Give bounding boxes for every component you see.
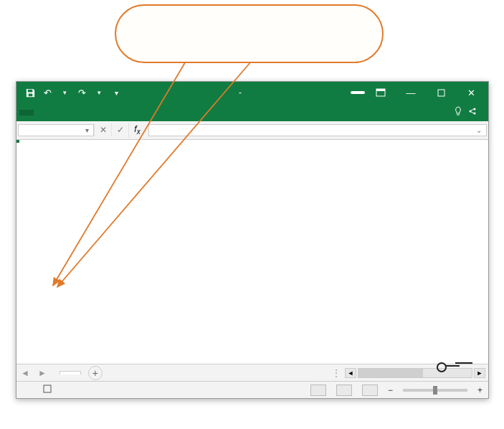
view-normal-icon[interactable] [310,385,326,396]
tab-data[interactable] [98,110,113,116]
tab-file[interactable] [19,110,34,116]
share-button[interactable] [468,107,480,118]
zoom-out-icon[interactable]: − [388,385,393,395]
view-page-break-icon[interactable] [362,385,378,396]
undo-icon[interactable]: ↶ [41,86,54,99]
svg-rect-3 [376,89,385,91]
svg-rect-4 [438,90,444,96]
save-icon[interactable] [24,86,37,99]
chevron-down-icon[interactable]: ▾ [92,86,105,99]
formula-input[interactable]: ⌄ [148,124,487,136]
omnisecu-logo [437,360,464,372]
share-icon [468,107,477,118]
window-title: - [130,88,351,98]
tab-view[interactable] [130,110,144,116]
tab-nav-next-icon[interactable]: ► [34,368,51,378]
new-sheet-button[interactable]: + [88,366,103,380]
titlebar: ↶ ▾ ↷ ▾ ▾ - — ✕ [16,82,488,103]
redo-icon[interactable]: ↷ [75,86,88,99]
tab-formulas[interactable] [82,110,97,116]
spreadsheet-grid[interactable] [16,140,488,364]
tell-me-button[interactable] [454,106,465,118]
sheet-tabs-bar: ◄ ► + ⋮ ◄ ► [16,364,488,381]
key-icon [437,360,461,372]
ribbon-options-icon[interactable] [366,82,395,103]
quick-access-toolbar: ↶ ▾ ↷ ▾ ▾ [16,86,130,99]
tab-home[interactable] [35,110,49,116]
close-icon[interactable]: ✕ [457,82,485,103]
tab-page-layout[interactable] [67,110,81,116]
maximize-icon[interactable] [427,82,455,103]
minimize-icon[interactable]: — [396,82,425,103]
tab-split-icon[interactable]: ⋮ [328,368,345,378]
horizontal-scrollbar[interactable]: ◄ ► [345,368,488,378]
sheet-tab-active[interactable] [60,371,81,374]
enter-icon[interactable]: ✓ [111,123,128,136]
scroll-left-icon[interactable]: ◄ [345,368,356,378]
zoom-slider[interactable] [403,389,467,392]
chevron-down-icon[interactable]: ▾ [58,86,71,99]
lightbulb-icon [454,106,462,118]
tab-insert[interactable] [51,110,65,116]
svg-rect-8 [44,385,51,392]
accessibility-icon[interactable] [42,384,52,396]
tab-review[interactable] [114,110,128,116]
name-box[interactable]: ▾ [18,124,94,136]
expand-icon[interactable]: ⌄ [476,126,482,134]
fx-icon[interactable]: fx [128,123,146,137]
selection-outline [16,140,19,143]
annotation-callout [115,4,384,63]
qat-customize-icon[interactable]: ▾ [110,86,123,99]
scroll-thumb[interactable] [358,369,423,377]
zoom-in-icon[interactable]: + [477,385,482,395]
tab-nav-prev-icon[interactable]: ◄ [16,368,34,378]
chevron-down-icon[interactable]: ▾ [85,126,89,134]
tab-help[interactable] [146,110,160,116]
excel-window: ↶ ▾ ↷ ▾ ▾ - — ✕ [16,81,489,399]
status-bar: − + [16,381,488,398]
cancel-icon[interactable]: ✕ [94,123,111,136]
formula-bar: ▾ ✕ ✓ fx ⌄ [16,121,488,140]
zoom-thumb[interactable] [433,386,437,395]
view-page-layout-icon[interactable] [336,385,352,396]
scroll-right-icon[interactable]: ► [474,368,485,378]
ribbon [16,103,488,121]
sign-in-button[interactable] [351,91,365,94]
